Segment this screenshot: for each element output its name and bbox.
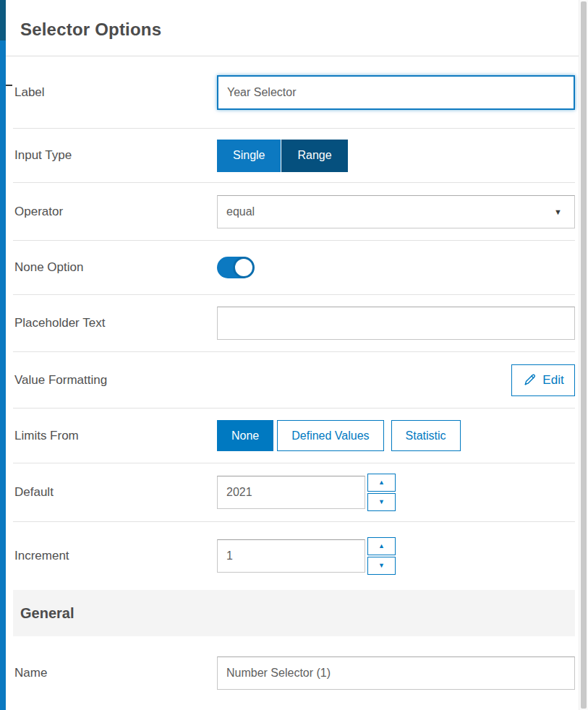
row-limits-from: Limits From None Defined Values Statisti… [13, 409, 575, 463]
default-stepper: ▲ ▼ [367, 474, 396, 511]
step-down-button[interactable]: ▼ [367, 493, 396, 511]
panel-content: Selector Options Label Input Type Single… [6, 0, 579, 710]
value-formatting-edit-button[interactable]: Edit [511, 364, 575, 396]
input-type-single-button[interactable]: Single [217, 140, 281, 172]
step-up-button[interactable]: ▲ [367, 537, 396, 555]
name-input[interactable] [217, 656, 575, 690]
panel-header: Selector Options [6, 0, 579, 56]
row-value-formatting: Value Formatting Edit [13, 352, 575, 409]
row-none-option: None Option [13, 241, 575, 295]
limits-from-statistic-button[interactable]: Statistic [391, 420, 461, 451]
left-accent-bar [0, 0, 6, 710]
input-type-label: Input Type [13, 148, 217, 163]
left-accent-bar-top [0, 0, 6, 40]
edit-button-label: Edit [542, 373, 563, 388]
increment-number-input[interactable] [217, 539, 365, 573]
limits-from-label: Limits From [13, 429, 217, 443]
none-option-toggle[interactable] [217, 257, 253, 278]
row-operator: Operator equal ▼ [13, 183, 575, 241]
label-input[interactable] [217, 75, 575, 110]
placeholder-text-input[interactable] [217, 307, 575, 340]
operator-label: Operator [13, 205, 217, 219]
row-input-type: Input Type Single Range [13, 129, 575, 183]
label-field-label: Label [13, 85, 217, 100]
input-type-range-button[interactable]: Range [281, 140, 347, 172]
row-increment: Increment ▲ ▼ [13, 522, 575, 590]
chevron-down-icon: ▼ [554, 208, 562, 216]
step-down-button[interactable]: ▼ [367, 557, 396, 575]
limits-from-defined-values-button[interactable]: Defined Values [277, 420, 383, 451]
limits-from-none-button[interactable]: None [217, 420, 273, 451]
selector-options-panel: Selector Options Label Input Type Single… [0, 0, 588, 710]
operator-selected-value: equal [226, 205, 255, 218]
increment-stepper: ▲ ▼ [367, 537, 396, 575]
toggle-knob [233, 257, 255, 278]
pencil-icon [522, 373, 537, 388]
row-placeholder-text: Placeholder Text [13, 295, 575, 352]
scrollbar[interactable] [579, 0, 588, 710]
general-section-title: General [13, 605, 74, 622]
row-label: Label [13, 56, 575, 129]
increment-label: Increment [13, 549, 217, 563]
general-section-header: General [13, 590, 575, 636]
default-label: Default [13, 485, 217, 500]
row-default: Default ▲ ▼ [13, 463, 575, 522]
default-number-input[interactable] [217, 476, 365, 509]
scrollbar-thumb[interactable] [581, 1, 587, 709]
settings-rows: Label Input Type Single Range Operator e… [13, 56, 575, 710]
step-up-button[interactable]: ▲ [367, 474, 396, 492]
name-label: Name [13, 666, 217, 680]
row-name: Name [13, 636, 575, 710]
operator-select[interactable]: equal ▼ [217, 195, 575, 228]
page-title: Selector Options [6, 0, 579, 40]
value-formatting-label: Value Formatting [13, 373, 217, 388]
placeholder-text-label: Placeholder Text [13, 316, 217, 330]
none-option-label: None Option [13, 260, 217, 275]
